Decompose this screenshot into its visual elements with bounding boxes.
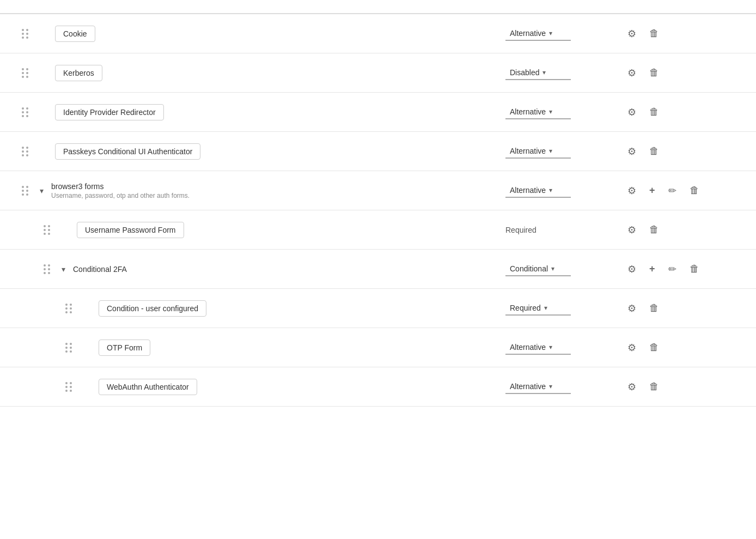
requirement-value: Disabled — [510, 68, 539, 77]
name-cell: WebAuthn Authenticator — [99, 379, 505, 395]
requirement-dropdown[interactable]: Alternative▾ — [505, 27, 571, 41]
requirement-cell: Alternative▾ — [505, 105, 625, 119]
drag-handle-icon[interactable] — [44, 264, 51, 274]
requirement-dropdown[interactable]: Alternative▾ — [505, 184, 571, 198]
chevron-down-icon: ▾ — [549, 29, 552, 37]
plus-icon-button[interactable]: + — [647, 183, 657, 198]
trash-icon-button[interactable]: 🗑 — [647, 143, 661, 159]
actions-cell: ⚙🗑 — [625, 104, 734, 120]
plus-icon-button[interactable]: + — [647, 261, 657, 277]
name-cell-inner: OTP Form — [99, 340, 150, 356]
trash-icon-button[interactable]: 🗑 — [647, 379, 661, 395]
step-name-plain: browser3 forms — [51, 182, 190, 191]
name-cell-inner: Condition - user configured — [99, 300, 206, 317]
requirement-dropdown[interactable]: Alternative▾ — [505, 341, 571, 355]
chevron-down-icon: ▾ — [551, 265, 554, 272]
name-cell: Passkeys Conditional UI Authenticator — [55, 143, 505, 160]
actions-cell: ⚙🗑 — [625, 143, 734, 160]
requirement-cell: Required — [505, 226, 625, 234]
name-cell-inner: browser3 formsUsername, password, otp an… — [51, 182, 190, 199]
name-cell: Condition - user configured — [99, 300, 505, 317]
requirement-dropdown[interactable]: Alternative▾ — [505, 144, 571, 159]
drag-handle-icon[interactable] — [22, 147, 29, 156]
name-cell: browser3 formsUsername, password, otp an… — [51, 182, 505, 199]
chevron-down-icon: ▾ — [549, 108, 552, 116]
chevron-down-icon: ▾ — [549, 343, 552, 351]
trash-icon-button[interactable]: 🗑 — [647, 340, 661, 355]
table-row: WebAuthn AuthenticatorAlternative▾⚙🗑 — [0, 367, 756, 407]
table-row: ▾browser3 formsUsername, password, otp a… — [0, 171, 756, 210]
chevron-down-icon[interactable]: ▾ — [59, 263, 68, 276]
drag-handle-icon[interactable] — [44, 225, 51, 235]
requirement-value: Alternative — [510, 343, 546, 352]
step-name-box: Condition - user configured — [99, 300, 206, 317]
table-row: CookieAlternative▾⚙🗑 — [0, 14, 756, 53]
gear-icon-button[interactable]: ⚙ — [625, 143, 638, 160]
requirement-value: Alternative — [510, 382, 546, 391]
table-row: Passkeys Conditional UI AuthenticatorAlt… — [0, 132, 756, 171]
pencil-icon-button[interactable]: ✏ — [666, 183, 679, 199]
trash-icon-button[interactable]: 🗑 — [647, 65, 661, 81]
requirement-dropdown[interactable]: Alternative▾ — [505, 380, 571, 394]
gear-icon-button[interactable]: ⚙ — [625, 300, 638, 317]
trash-icon-button[interactable]: 🗑 — [647, 26, 661, 41]
requirement-value: Alternative — [510, 147, 546, 155]
drag-handle-icon[interactable] — [65, 343, 72, 353]
trash-icon-button[interactable]: 🗑 — [687, 261, 702, 277]
gear-icon-button[interactable]: ⚙ — [625, 65, 638, 81]
step-name-box: WebAuthn Authenticator — [99, 379, 197, 395]
requirement-cell: Alternative▾ — [505, 27, 625, 41]
trash-icon-button[interactable]: 🗑 — [647, 300, 661, 316]
requirement-value: Conditional — [510, 264, 548, 273]
gear-icon-button[interactable]: ⚙ — [625, 183, 638, 199]
gear-icon-button[interactable]: ⚙ — [625, 104, 638, 120]
requirement-cell: Alternative▾ — [505, 341, 625, 355]
requirement-dropdown[interactable]: Required▾ — [505, 301, 571, 316]
name-cell-inner: Identity Provider Redirector — [55, 104, 164, 120]
trash-icon-button[interactable]: 🗑 — [647, 104, 661, 120]
trash-icon-button[interactable]: 🗑 — [687, 183, 702, 198]
chevron-down-icon[interactable]: ▾ — [38, 184, 46, 197]
actions-cell: ⚙🗑 — [625, 26, 734, 42]
requirement-cell: Alternative▾ — [505, 184, 625, 198]
drag-handle-icon[interactable] — [65, 382, 72, 392]
drag-handle-icon[interactable] — [65, 304, 72, 313]
step-name-box: Passkeys Conditional UI Authenticator — [55, 143, 200, 160]
name-cell: Cookie — [55, 26, 505, 42]
requirement-value: Alternative — [510, 186, 546, 195]
chevron-down-icon: ▾ — [549, 383, 552, 390]
drag-handle-icon[interactable] — [22, 29, 29, 39]
name-cell-inner: Username Password Form — [77, 222, 184, 238]
requirement-dropdown[interactable]: Alternative▾ — [505, 105, 571, 119]
drag-handle-icon[interactable] — [22, 186, 29, 196]
gear-icon-button[interactable]: ⚙ — [625, 26, 638, 42]
gear-icon-button[interactable]: ⚙ — [625, 222, 638, 238]
step-name-box: Username Password Form — [77, 222, 184, 238]
requirement-cell: Conditional▾ — [505, 262, 625, 276]
trash-icon-button[interactable]: 🗑 — [647, 222, 661, 238]
chevron-down-icon: ▾ — [549, 186, 552, 194]
requirement-dropdown[interactable]: Disabled▾ — [505, 66, 571, 80]
pencil-icon-button[interactable]: ✏ — [666, 261, 679, 277]
table-header — [0, 0, 756, 14]
table-row: ▾Conditional 2FAConditional▾⚙+✏🗑 — [0, 250, 756, 289]
drag-handle-icon[interactable] — [22, 107, 29, 117]
gear-icon-button[interactable]: ⚙ — [625, 261, 638, 277]
step-subtitle: Username, password, otp and other auth f… — [51, 192, 190, 199]
table-row: KerberosDisabled▾⚙🗑 — [0, 53, 756, 93]
step-name-box: Kerberos — [55, 65, 102, 81]
actions-cell: ⚙🗑 — [625, 379, 734, 395]
name-cell-inner: WebAuthn Authenticator — [99, 379, 197, 395]
gear-icon-button[interactable]: ⚙ — [625, 340, 638, 356]
requirement-value: Alternative — [510, 29, 546, 38]
drag-handle-icon[interactable] — [22, 68, 29, 78]
step-name-plain: Conditional 2FA — [73, 265, 127, 274]
table-row: Condition - user configuredRequired▾⚙🗑 — [0, 289, 756, 328]
requirement-cell: Disabled▾ — [505, 66, 625, 80]
actions-cell: ⚙🗑 — [625, 222, 734, 238]
step-name-box: Cookie — [55, 26, 95, 42]
actions-cell: ⚙+✏🗑 — [625, 261, 734, 277]
name-cell: Conditional 2FA — [73, 265, 505, 274]
requirement-dropdown[interactable]: Conditional▾ — [505, 262, 571, 276]
gear-icon-button[interactable]: ⚙ — [625, 379, 638, 395]
